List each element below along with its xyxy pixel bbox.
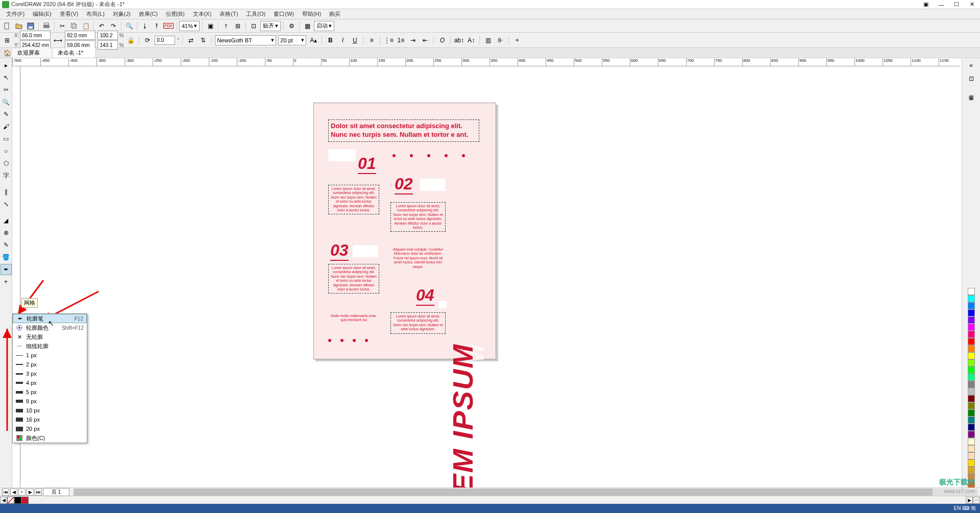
color-swatch[interactable] <box>968 302 975 309</box>
outline-flyout-item[interactable]: 4 px <box>13 378 87 387</box>
color-swatch[interactable] <box>968 374 975 381</box>
home-tab-icon[interactable]: 🏠 <box>2 48 12 58</box>
color-swatch[interactable] <box>968 402 975 409</box>
color-swatch[interactable] <box>968 316 975 324</box>
page-last-button[interactable]: ⏭ <box>35 488 42 496</box>
font-size-select[interactable]: 20 pt▾ <box>278 35 306 45</box>
menu-view[interactable]: 查看(V) <box>56 10 83 18</box>
add-tool-button[interactable]: + <box>1 276 12 287</box>
menu-object[interactable]: 对象(J) <box>109 10 135 18</box>
zoom-dropdown[interactable]: 41%▾ <box>179 21 200 31</box>
color-swatch[interactable] <box>968 288 975 295</box>
artistic-tool[interactable]: 🖌 <box>1 121 12 132</box>
align-button[interactable]: ⫯ <box>221 21 231 31</box>
ruler-horizontal[interactable]: -500-450-400-350-300-250-200-150-100-500… <box>12 58 960 66</box>
shadow-tool[interactable]: ◢ <box>1 215 12 226</box>
page-next-button[interactable]: ▶ <box>27 488 34 496</box>
menu-text[interactable]: 文本(X) <box>189 10 216 18</box>
color-swatch[interactable] <box>968 359 975 367</box>
color-swatch[interactable] <box>968 367 975 374</box>
shape-tool[interactable]: ↖ <box>1 72 12 83</box>
transparency-tool[interactable]: ⊗ <box>1 227 12 238</box>
outline-flyout-item[interactable]: 轮廓颜色Shift+F12 <box>13 323 87 332</box>
opentype-button[interactable]: O <box>437 35 447 45</box>
text-frame-5[interactable]: Nulla mollis malesuada urna, quis tincid… <box>328 312 379 324</box>
page-first-button[interactable]: ⏮ <box>2 488 9 496</box>
new-button[interactable] <box>2 21 12 31</box>
launch-dropdown[interactable]: 启动▾ <box>314 21 334 31</box>
outline-flyout-item[interactable]: 20 px <box>13 424 87 433</box>
menu-bitmap[interactable]: 位图(B) <box>162 10 189 18</box>
num-04[interactable]: 04 <box>416 286 434 306</box>
menu-edit[interactable]: 编辑(E) <box>29 10 56 18</box>
copy-button[interactable]: ⿻ <box>69 21 79 31</box>
open-button[interactable] <box>14 21 24 31</box>
font-select[interactable]: NewsGoth BT▾ <box>215 35 276 45</box>
properties-panel-icon[interactable]: ⊡ <box>966 74 976 84</box>
pick-tool[interactable]: ▸ <box>1 60 12 71</box>
freehand-tool[interactable]: ✎ <box>1 109 12 120</box>
snap-button[interactable]: ⊡ <box>249 21 259 31</box>
menu-effects[interactable]: 效果(C) <box>135 10 162 18</box>
launch-icon[interactable]: ▦ <box>302 21 312 31</box>
color-swatch[interactable] <box>968 395 975 402</box>
no-fill-swatch[interactable] <box>7 497 14 504</box>
add-panel-icon[interactable]: + <box>966 94 976 104</box>
size-lock-icon[interactable]: ⟷ <box>53 35 63 45</box>
color-swatch[interactable] <box>968 452 975 459</box>
color-swatch[interactable] <box>968 424 975 431</box>
outline-flyout-item[interactable]: 3 px <box>13 369 87 378</box>
color-swatch[interactable] <box>968 467 975 474</box>
polygon-tool[interactable]: ⬠ <box>1 158 12 169</box>
outline-flyout-item[interactable]: ✕无轮廓 <box>13 332 87 341</box>
text-frame-4[interactable]: Lorem ipsum dolor sit amet, consectetur … <box>328 264 379 294</box>
import-button[interactable]: ⭳ <box>140 21 150 31</box>
palette-menu-button[interactable]: ⋯ <box>973 497 980 504</box>
zoom-tool[interactable]: 🔍 <box>1 96 12 108</box>
menu-window[interactable]: 窗口(W) <box>270 10 298 18</box>
outline-flyout-item[interactable]: 5 px <box>13 387 87 397</box>
italic-button[interactable]: I <box>337 35 348 45</box>
palette-swatch-black[interactable] <box>14 497 21 504</box>
fullscreen-button[interactable]: ▣ <box>205 21 215 31</box>
color-swatch[interactable] <box>968 438 975 445</box>
white-rect-1[interactable] <box>328 149 356 161</box>
rectangle-tool[interactable]: ▭ <box>1 133 12 144</box>
h-scroll-thumb[interactable] <box>74 488 933 496</box>
lorem-vertical-red[interactable]: LOREM IPSUM <box>446 344 479 502</box>
add-button[interactable]: + <box>512 35 522 45</box>
color-swatch[interactable] <box>968 295 975 302</box>
outdent-button[interactable]: ⇤ <box>420 35 430 45</box>
welcome-tab[interactable]: 欢迎屏幕 <box>12 48 53 58</box>
outline-flyout-item[interactable]: 1 px <box>13 351 87 360</box>
color-swatch[interactable] <box>968 445 975 452</box>
text-frame-button[interactable]: ⊪ <box>495 35 505 45</box>
x-input[interactable] <box>20 31 51 40</box>
color-swatch[interactable] <box>968 381 975 388</box>
h-scrollbar[interactable] <box>74 488 978 496</box>
white-rect-3[interactable] <box>353 245 378 257</box>
num-03[interactable]: 03 <box>330 241 349 261</box>
menu-help[interactable]: 帮助(H) <box>298 10 325 18</box>
search-button[interactable]: 🔍 <box>124 21 134 31</box>
export-button[interactable]: ⭱ <box>152 21 162 31</box>
outline-flyout-item[interactable]: ✒轮廓笔F12 <box>13 314 87 323</box>
cut-button[interactable]: ✂ <box>57 21 67 31</box>
print-button[interactable] <box>41 21 52 31</box>
object-origin-icon[interactable]: ⊞ <box>2 35 12 45</box>
color-swatch[interactable] <box>968 331 975 338</box>
ime-status[interactable]: EN ⌨ 简 <box>954 505 976 512</box>
page-prev-button[interactable]: ◀ <box>10 488 17 496</box>
redo-button[interactable]: ↷ <box>108 21 118 31</box>
text-orient-button[interactable]: A↕ <box>466 35 476 45</box>
font-size-inc-button[interactable]: A▴ <box>308 35 318 45</box>
text-tool[interactable]: 字 <box>1 170 12 181</box>
page-1-tab[interactable]: 页 1 <box>43 488 69 496</box>
scale-lock-icon[interactable]: 🔒 <box>126 35 136 45</box>
menu-file[interactable]: 文件(F) <box>2 10 29 18</box>
text-align-button[interactable]: ≡ <box>366 35 377 45</box>
menu-tools[interactable]: 工具(O) <box>242 10 270 18</box>
close-button[interactable]: ✕ <box>966 1 978 8</box>
text-frame-1[interactable]: Lorem ipsum dolor sit amet, consectetur … <box>328 185 379 214</box>
color-swatch[interactable] <box>968 338 975 345</box>
